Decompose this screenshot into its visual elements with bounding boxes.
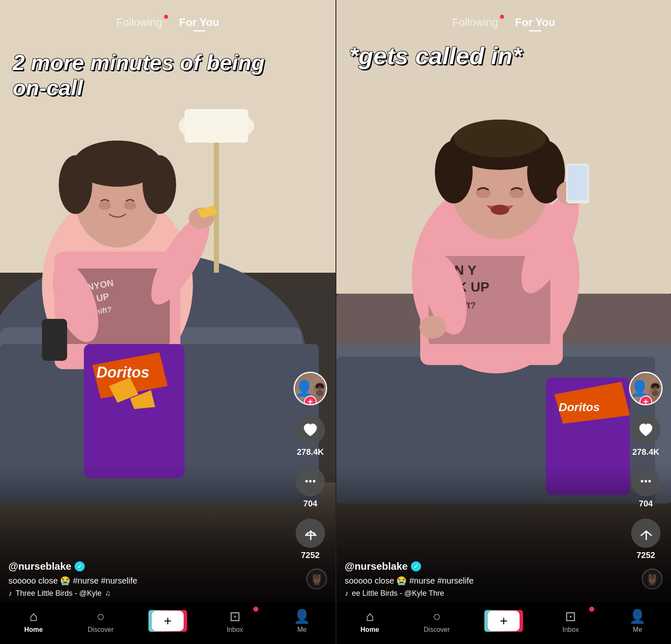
plus-badge-right[interactable]: +: [640, 396, 652, 405]
share-group-left: 7252: [296, 519, 325, 560]
top-nav-right: Following For You: [336, 0, 671, 36]
like-count-right: 278.4K: [632, 447, 660, 457]
like-button-right[interactable]: [631, 415, 661, 445]
home-label-left: Home: [24, 626, 43, 634]
home-label-right: Home: [361, 626, 379, 634]
music-text-left: Three Little Birds - @Kyle: [16, 589, 101, 598]
following-tab-left[interactable]: Following: [116, 16, 162, 29]
svg-point-81: [657, 385, 659, 388]
like-button-left[interactable]: [296, 415, 325, 445]
nav-discover-left[interactable]: ○ Discover: [80, 609, 122, 634]
nav-create-right[interactable]: +: [483, 610, 525, 632]
discover-label-right: Discover: [424, 626, 450, 634]
svg-point-38: [321, 385, 324, 388]
create-btn-left[interactable]: +: [151, 610, 185, 632]
svg-point-37: [316, 385, 318, 388]
music-row-right: ♪ ee Little Birds - @Kyle Thre: [345, 589, 629, 598]
svg-point-35: [316, 390, 323, 396]
me-label-left: Me: [297, 626, 307, 634]
share-group-right: 7252: [631, 519, 661, 560]
for-you-tab-left[interactable]: For You: [179, 16, 219, 29]
share-button-left[interactable]: [296, 519, 325, 548]
action-buttons-left: + 278.4K 704: [294, 372, 327, 560]
create-btn-right[interactable]: +: [487, 610, 520, 632]
svg-text:Doritos: Doritos: [559, 401, 600, 414]
nav-inbox-right[interactable]: ⊡ Inbox: [550, 608, 592, 634]
like-group-right: 278.4K: [631, 415, 661, 457]
avatar-right[interactable]: +: [629, 372, 663, 405]
svg-point-71: [419, 316, 446, 339]
nav-me-right[interactable]: 👤 Me: [616, 608, 658, 634]
video-desc-right: sooooo close 😭 #nurse #nurselife: [345, 576, 629, 586]
username-row-right: @nurseblake ✓: [345, 561, 629, 572]
nav-home-left[interactable]: ⌂ Home: [13, 609, 55, 634]
home-icon-right: ⌂: [366, 609, 374, 624]
verified-badge-right: ✓: [411, 561, 421, 571]
svg-point-83: [641, 480, 643, 482]
inbox-label-right: Inbox: [562, 626, 579, 634]
svg-point-65: [491, 205, 509, 215]
right-panel: CAN Y PICK UP my shift?: [336, 0, 671, 644]
home-icon-left: ⌂: [29, 609, 37, 624]
svg-rect-23: [42, 319, 67, 361]
svg-point-40: [305, 480, 308, 482]
svg-point-39: [309, 480, 312, 482]
nav-discover-right[interactable]: ○ Discover: [416, 609, 458, 634]
username-left: @nurseblake: [8, 561, 71, 572]
svg-point-19: [143, 155, 176, 214]
action-buttons-right: + 278.4K 704: [629, 372, 663, 560]
for-you-tab-right[interactable]: For You: [515, 16, 555, 29]
plus-badge-left[interactable]: +: [304, 396, 317, 405]
music-row-left: ♪ Three Little Birds - @Kyle ♫: [8, 589, 294, 598]
comment-count-left: 704: [303, 499, 317, 508]
bottom-info-right: @nurseblake ✓ sooooo close 😭 #nurse #nur…: [345, 561, 629, 598]
music-note-left: ♪: [8, 589, 12, 598]
svg-rect-7: [214, 126, 219, 273]
comment-button-left[interactable]: [296, 467, 325, 496]
svg-point-62: [454, 120, 546, 157]
nav-create-left[interactable]: +: [147, 610, 189, 632]
left-panel: CANYON PICK UP my shift?: [0, 0, 336, 644]
music-note-right: ♪: [345, 589, 349, 598]
bottom-info-left: @nurseblake ✓ sooooo close 😭 #nurse #nur…: [8, 561, 294, 598]
inbox-label-left: Inbox: [226, 626, 243, 634]
like-group-left: 278.4K: [296, 415, 325, 457]
svg-point-80: [651, 385, 654, 388]
svg-point-78: [652, 390, 659, 396]
video-caption-left: 2 more minutes of being on-call: [13, 50, 285, 101]
discover-icon-right: ○: [433, 609, 441, 624]
me-icon-left: 👤: [294, 608, 310, 624]
create-btn-inner-left: +: [152, 611, 184, 631]
following-tab-right[interactable]: Following: [452, 16, 498, 29]
music-wave-left: ♫: [105, 589, 111, 598]
nav-inbox-left[interactable]: ⊡ Inbox: [214, 608, 256, 634]
video-desc-left: sooooo close 😭 #nurse #nurselife: [8, 576, 294, 586]
share-button-right[interactable]: [631, 519, 661, 548]
bottom-nav-left: ⌂ Home ○ Discover + ⊡ Inbox 👤 Me: [0, 602, 336, 644]
svg-rect-69: [568, 166, 588, 200]
svg-point-84: [648, 480, 651, 482]
create-btn-inner-right: +: [488, 611, 520, 631]
bottom-nav-right: ⌂ Home ○ Discover + ⊡ Inbox 👤 Me: [336, 602, 671, 644]
me-label-right: Me: [633, 626, 642, 634]
inbox-icon-left: ⊡: [229, 608, 241, 624]
video-caption-right: *gets called in*: [349, 42, 621, 70]
comment-button-right[interactable]: [631, 467, 661, 496]
svg-point-18: [59, 155, 92, 214]
svg-text:Doritos: Doritos: [96, 364, 149, 381]
like-count-left: 278.4K: [297, 447, 324, 457]
avatar-left[interactable]: +: [294, 372, 327, 405]
discover-label-left: Discover: [88, 626, 114, 634]
share-count-left: 7252: [301, 550, 320, 560]
music-text-right: ee Little Birds - @Kyle Thre: [352, 589, 444, 598]
svg-rect-9: [185, 109, 248, 143]
discover-icon-left: ○: [96, 609, 104, 624]
me-icon-right: 👤: [629, 608, 646, 624]
comment-group-left: 704: [296, 467, 325, 508]
top-nav-left: Following For You: [0, 0, 336, 36]
nav-me-left[interactable]: 👤 Me: [281, 608, 323, 634]
verified-badge-left: ✓: [75, 561, 85, 571]
comment-count-right: 704: [639, 499, 653, 508]
nav-home-right[interactable]: ⌂ Home: [349, 609, 391, 634]
svg-point-20: [99, 201, 111, 210]
